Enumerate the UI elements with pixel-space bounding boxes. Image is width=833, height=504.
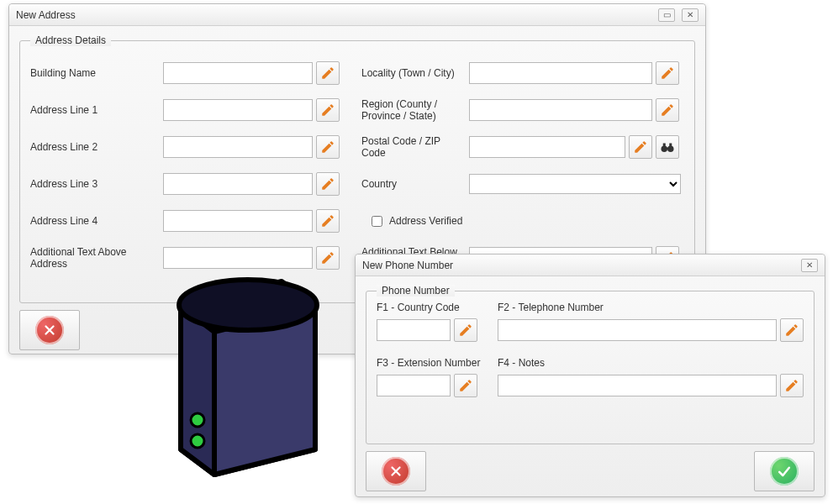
pencil-icon[interactable] <box>316 172 340 196</box>
additional-above-input[interactable] <box>163 247 313 269</box>
pencil-icon[interactable] <box>780 374 804 397</box>
country-code-input[interactable] <box>377 319 451 341</box>
country-code-label: F1 - Country Code <box>377 302 486 313</box>
address-line1-label: Address Line 1 <box>30 104 156 116</box>
pencil-icon[interactable] <box>454 318 477 342</box>
notes-label: F4 - Notes <box>498 357 804 369</box>
new-phone-window: New Phone Number ✕ Phone Number F1 - Cou… <box>355 254 825 497</box>
window-title: New Address <box>16 9 76 21</box>
additional-above-label: Additional Text Above Address <box>30 246 156 270</box>
restore-icon[interactable]: ▭ <box>658 8 675 22</box>
building-name-label: Building Name <box>30 67 156 79</box>
pencil-icon[interactable] <box>454 374 477 397</box>
address-line2-input[interactable] <box>163 136 313 158</box>
pencil-icon[interactable] <box>780 318 804 342</box>
ok-button[interactable] <box>754 451 815 491</box>
address-line3-label: Address Line 3 <box>30 178 156 190</box>
cancel-button[interactable] <box>19 310 80 350</box>
pencil-icon[interactable] <box>316 209 340 233</box>
address-verified-label: Address Verified <box>389 215 462 227</box>
group-title: Phone Number <box>377 285 455 297</box>
phone-number-group: Phone Number F1 - Country Code F2 - Tele… <box>366 285 815 444</box>
address-line4-label: Address Line 4 <box>30 215 156 227</box>
pencil-icon[interactable] <box>316 135 340 159</box>
cancel-icon <box>382 457 410 486</box>
pencil-icon[interactable] <box>629 135 652 159</box>
locality-label: Locality (Town / City) <box>361 67 462 79</box>
extension-input[interactable] <box>377 375 451 396</box>
pencil-icon[interactable] <box>656 98 679 122</box>
telephone-label: F2 - Telephone Number <box>498 302 804 313</box>
postal-input[interactable] <box>469 136 625 158</box>
pencil-icon[interactable] <box>316 61 340 85</box>
pencil-icon[interactable] <box>316 98 340 122</box>
group-title: Address Details <box>30 34 111 46</box>
svg-point-7 <box>191 434 204 448</box>
telephone-input[interactable] <box>498 319 777 341</box>
region-label: Region (County / Province / State) <box>361 98 462 123</box>
svg-point-6 <box>191 413 204 427</box>
region-input[interactable] <box>469 99 652 121</box>
pencil-icon[interactable] <box>316 246 340 270</box>
titlebar: New Address ▭ ✕ <box>9 4 705 26</box>
close-icon[interactable]: ✕ <box>801 259 818 272</box>
address-line1-input[interactable] <box>163 99 313 121</box>
window-title: New Phone Number <box>362 260 453 271</box>
address-verified-checkbox[interactable] <box>372 216 382 227</box>
binoculars-icon[interactable] <box>656 135 679 159</box>
cancel-button[interactable] <box>366 451 426 491</box>
locality-input[interactable] <box>469 62 652 84</box>
country-select[interactable] <box>469 174 681 194</box>
pencil-icon[interactable] <box>656 61 679 85</box>
svg-rect-4 <box>669 144 672 147</box>
address-line3-input[interactable] <box>163 173 313 195</box>
notes-input[interactable] <box>498 375 777 396</box>
postal-label: Postal Code / ZIP Code <box>361 135 462 160</box>
svg-rect-2 <box>667 148 669 150</box>
country-label: Country <box>361 178 462 190</box>
close-icon[interactable]: ✕ <box>682 8 699 22</box>
extension-label: F3 - Extension Number <box>377 357 486 369</box>
address-line4-input[interactable] <box>163 210 313 232</box>
titlebar: New Phone Number ✕ <box>356 255 825 276</box>
svg-rect-3 <box>663 144 666 147</box>
address-line2-label: Address Line 2 <box>30 141 156 153</box>
cancel-icon <box>35 316 64 344</box>
building-name-input[interactable] <box>163 62 313 84</box>
ok-icon <box>770 457 799 486</box>
